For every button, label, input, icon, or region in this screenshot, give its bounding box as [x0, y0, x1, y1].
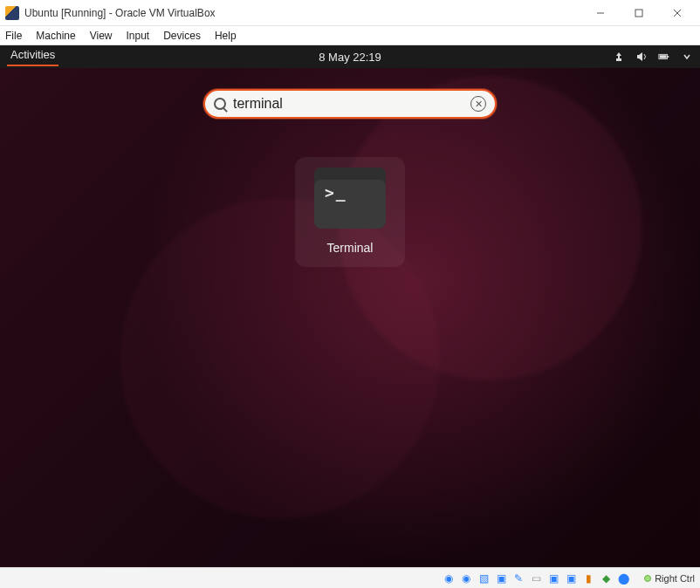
svg-rect-2	[668, 56, 669, 58]
virtualbox-statusbar: ◉ ◉ ▧ ▣ ✎ ▭ ▣ ▣ ▮ ◆ ⬤ Right Ctrl	[0, 567, 700, 588]
hostkey-label: Right Ctrl	[655, 573, 695, 584]
search-result-terminal[interactable]: Terminal	[295, 157, 405, 267]
close-button[interactable]	[658, 0, 697, 26]
search-result-label: Terminal	[304, 241, 396, 255]
svg-rect-3	[660, 55, 667, 58]
status-mouse-icon[interactable]: ⬤	[616, 571, 630, 585]
terminal-icon	[314, 168, 386, 229]
menu-view[interactable]: View	[90, 30, 113, 42]
activities-button[interactable]: Activities	[7, 48, 58, 66]
virtualbox-app-icon	[5, 6, 19, 20]
status-recording-icon[interactable]: ◆	[599, 571, 613, 585]
status-harddisk-icon[interactable]: ▧	[477, 571, 491, 585]
status-network-icon[interactable]: ▭	[529, 571, 543, 585]
status-display2-icon[interactable]: ▣	[564, 571, 578, 585]
search-input[interactable]	[233, 96, 470, 112]
system-tray[interactable]	[613, 51, 693, 63]
virtualbox-menubar: File Machine View Input Devices Help	[0, 26, 700, 45]
host-key-indicator[interactable]: Right Ctrl	[639, 573, 695, 584]
svg-rect-0	[635, 10, 642, 17]
status-optical-icon[interactable]: ◉	[442, 571, 456, 585]
menu-devices[interactable]: Devices	[163, 30, 201, 42]
status-optical2-icon[interactable]: ◉	[459, 571, 473, 585]
battery-icon	[658, 51, 670, 63]
chevron-down-icon	[681, 51, 693, 63]
menu-input[interactable]: Input	[127, 30, 150, 42]
search-icon	[214, 98, 226, 110]
network-icon	[613, 51, 625, 63]
status-sharedfolder-icon[interactable]: ▣	[494, 571, 508, 585]
clear-search-button[interactable]: ✕	[470, 96, 486, 112]
menu-machine[interactable]: Machine	[36, 30, 75, 42]
virtualbox-titlebar: Ubuntu [Running] - Oracle VM VirtualBox	[0, 0, 700, 26]
menu-file[interactable]: File	[5, 30, 22, 42]
window-title: Ubuntu [Running] - Oracle VM VirtualBox	[24, 7, 216, 19]
gnome-topbar: Activities 8 May 22:19	[0, 45, 700, 68]
guest-screen: Activities 8 May 22:19 ✕ Terminal	[0, 45, 700, 567]
hostkey-led-icon	[644, 575, 651, 582]
minimize-button[interactable]	[581, 0, 620, 26]
volume-icon	[635, 51, 648, 63]
activities-search: ✕	[203, 89, 497, 119]
clock[interactable]: 8 May 22:19	[319, 51, 381, 64]
status-display-icon[interactable]: ▣	[546, 571, 560, 585]
status-usb-icon[interactable]: ✎	[511, 571, 525, 585]
maximize-button[interactable]	[620, 0, 658, 26]
status-clipboard-icon[interactable]: ▮	[581, 571, 595, 585]
menu-help[interactable]: Help	[215, 30, 237, 42]
